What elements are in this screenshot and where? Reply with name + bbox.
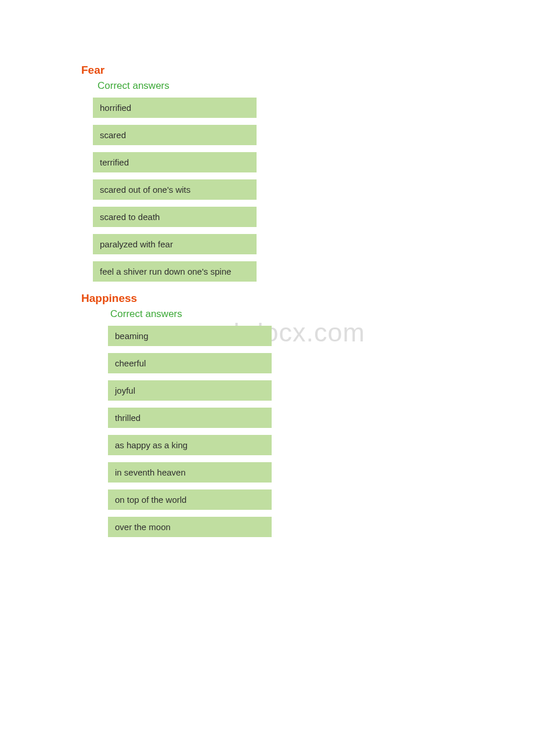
section-heading-happiness: Happiness — [81, 292, 453, 305]
answer-item: scared out of one's wits — [93, 179, 257, 200]
answer-item: joyful — [108, 380, 272, 401]
answers-block-fear: horrified scared terrified scared out of… — [93, 98, 453, 282]
answer-item: scared — [93, 125, 257, 145]
correct-answers-label: Correct answers — [110, 308, 453, 320]
section-heading-fear: Fear — [81, 64, 453, 77]
answer-item: thrilled — [108, 408, 272, 428]
answer-item: horrified — [93, 98, 257, 118]
answer-item: paralyzed with fear — [93, 234, 257, 254]
answer-item: beaming — [108, 326, 272, 346]
answer-item: on top of the world — [108, 489, 272, 510]
answer-item: feel a shiver run down one's spine — [93, 261, 257, 282]
answer-item: in seventh heaven — [108, 462, 272, 483]
answers-block-happiness: beaming cheerful joyful thrilled as happ… — [108, 326, 453, 537]
section-happiness: Happiness Correct answers beaming cheerf… — [81, 292, 453, 537]
answer-item: over the moon — [108, 517, 272, 537]
answer-item: as happy as a king — [108, 435, 272, 455]
correct-answers-label: Correct answers — [98, 80, 453, 92]
page-container: Fear Correct answers horrified scared te… — [0, 0, 534, 537]
answer-item: terrified — [93, 152, 257, 172]
answer-item: scared to death — [93, 207, 257, 227]
answer-item: cheerful — [108, 353, 272, 373]
section-fear: Fear Correct answers horrified scared te… — [81, 64, 453, 282]
